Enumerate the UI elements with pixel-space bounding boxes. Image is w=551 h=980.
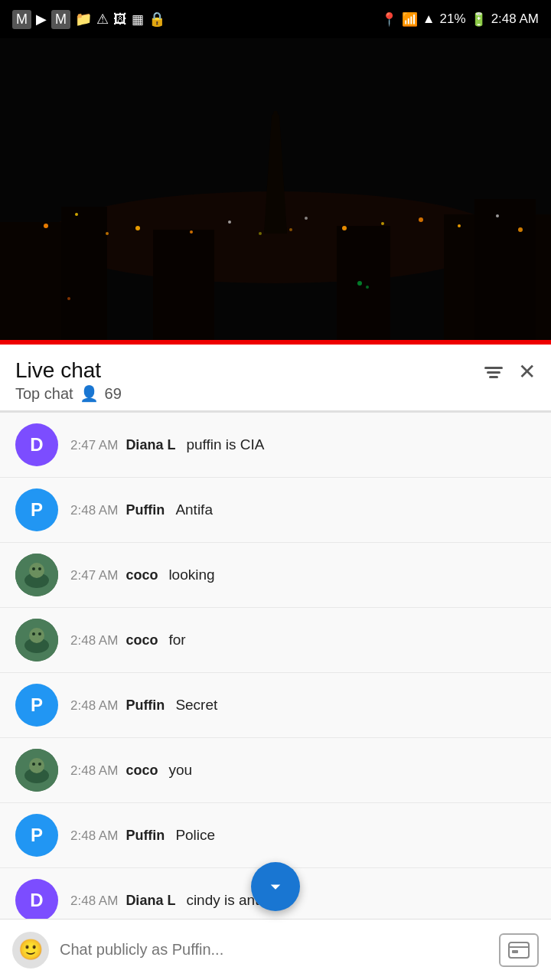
svg-rect-45 [512,950,518,953]
chat-author: Puffin [126,697,165,714]
video-progress-bar[interactable] [0,340,551,345]
filter-icon[interactable] [484,367,503,378]
svg-point-16 [305,217,308,220]
news-icon: ▦ [132,11,144,28]
svg-point-23 [67,297,70,300]
chat-header: Live chat Top chat 👤 69 ✕ [0,345,551,411]
lock-icon: 🔒 [148,11,165,28]
chat-message-row: P 2:48 AM Puffin Antifa [0,478,551,543]
svg-rect-5 [61,207,107,345]
chat-content: 2:48 AM coco you [70,762,536,779]
avatar: D [15,879,58,922]
chat-message-row: P 2:48 AM Puffin Secret [0,673,551,738]
chat-content: 2:47 AM coco looking [70,567,536,583]
close-button[interactable]: ✕ [518,361,536,383]
chat-message: for [168,632,185,648]
scroll-down-button[interactable] [251,862,300,911]
status-icons: M ▶ M 📁 ⚠ 🖼 ▦ 🔒 [12,10,165,29]
chevron-down-icon [264,875,287,898]
svg-point-40 [29,758,44,773]
people-icon: 👤 [80,384,99,403]
chat-author: coco [126,632,158,648]
svg-point-19 [419,217,423,222]
chat-time: 2:48 AM [70,828,118,844]
svg-point-31 [32,567,35,570]
svg-point-27 [366,286,369,289]
chat-header-right: ✕ [484,361,536,383]
chat-author: coco [126,567,158,583]
emoji-button[interactable]: 🙂 [12,932,49,969]
chat-time: 2:47 AM [70,438,118,453]
chat-content: 2:48 AM Puffin Antifa [70,501,536,518]
svg-point-10 [44,224,48,228]
svg-point-36 [32,632,35,635]
chat-message: Police [175,827,215,844]
chat-message: Secret [175,697,217,714]
chat-time: 2:48 AM [70,763,118,779]
chat-input[interactable] [60,941,488,959]
time-display: 2:48 AM [491,11,539,27]
chat-message: looking [168,567,214,583]
svg-point-32 [38,567,41,570]
youtube-icon: ▶ [36,11,47,28]
chat-time: 2:47 AM [70,568,118,583]
chat-message-row: 2:48 AM coco you [0,738,551,803]
chat-author: Puffin [126,828,165,844]
chat-message: puffin is CIA [186,436,264,453]
avatar [15,749,58,792]
svg-point-12 [106,232,109,235]
wifi-icon: 📶 [402,11,418,28]
chat-message-row: 2:47 AM coco looking [0,543,551,608]
svg-rect-9 [337,226,390,345]
notification-icon-m2: M [51,10,70,29]
live-chat-section: Live chat Top chat 👤 69 ✕ D 2:47 AM D [0,345,551,933]
chat-time: 2:48 AM [70,893,118,909]
chat-list: D 2:47 AM Diana L puffin is CIA P 2:48 A… [0,413,551,933]
avatar [15,554,58,596]
chat-message-row: 2:48 AM coco for [0,608,551,673]
avatar [15,619,58,662]
svg-point-11 [75,213,78,216]
status-bar: M ▶ M 📁 ⚠ 🖼 ▦ 🔒 📍 📶 ▲ 21% 🔋 2:48 AM [0,0,551,38]
avatar: P [15,488,58,531]
notification-icon-m: M [12,10,31,29]
chat-header-left: Live chat Top chat 👤 69 [15,358,122,403]
chat-content: 2:48 AM Puffin Secret [70,697,536,714]
chat-author: Diana L [126,437,175,453]
svg-point-14 [190,230,193,234]
chat-title: Live chat [15,358,122,383]
top-chat-label[interactable]: Top chat [15,385,73,403]
chat-content: 2:48 AM Puffin Police [70,827,536,844]
folder-icon: 📁 [75,11,92,28]
chat-time: 2:48 AM [70,698,118,714]
superchat-button[interactable] [499,933,539,967]
svg-point-17 [342,226,347,230]
video-player[interactable] [0,38,551,345]
chat-time: 2:48 AM [70,633,118,648]
svg-point-30 [29,563,44,578]
svg-point-18 [381,222,384,225]
chat-sub: Top chat 👤 69 [15,384,122,403]
svg-rect-7 [474,199,536,345]
svg-point-24 [259,232,262,235]
svg-rect-43 [509,942,529,958]
warning-icon: ⚠ [96,11,109,28]
chat-time: 2:48 AM [70,503,118,518]
chat-message: Antifa [175,501,213,518]
status-info: 📍 📶 ▲ 21% 🔋 2:48 AM [381,11,539,28]
svg-point-35 [29,628,44,643]
svg-point-20 [458,224,461,227]
chat-message-row: D 2:47 AM Diana L puffin is CIA [0,413,551,478]
viewer-count: 69 [105,385,122,403]
svg-point-13 [135,226,140,230]
chat-author: Diana L [126,893,175,909]
svg-rect-8 [153,230,214,345]
svg-point-22 [518,227,523,232]
svg-point-21 [496,214,499,217]
chat-message-row: P 2:48 AM Puffin Police [0,803,551,868]
chat-message: you [168,762,192,779]
svg-point-37 [38,632,41,635]
avatar: P [15,814,58,857]
svg-point-25 [289,228,292,231]
location-icon: 📍 [381,11,397,28]
